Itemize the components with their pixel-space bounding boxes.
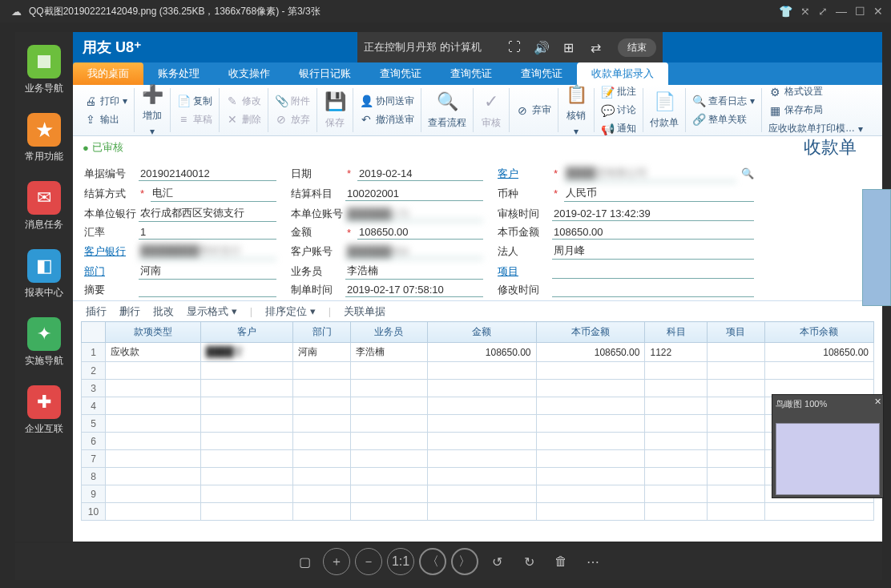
delete-row-button[interactable]: 删行 (119, 304, 140, 319)
customer-label[interactable]: 客户 (498, 167, 547, 181)
attach-button[interactable]: 📎附件 (273, 94, 312, 109)
birdview-panel[interactable]: 鸟瞰图 100% ✕ (772, 394, 884, 498)
undo-button[interactable]: ↶撤消送审 (358, 112, 416, 127)
doc-no-value[interactable]: 201902140012 (139, 167, 276, 181)
tab-accounting[interactable]: 账务处理 (143, 62, 214, 85)
tab-income-expense[interactable]: 收支操作 (214, 62, 284, 85)
tab-query-voucher-1[interactable]: 查询凭证 (365, 62, 436, 85)
next-icon[interactable]: 〉 (451, 548, 478, 575)
sidebar-item-connect[interactable]: ✚企业互联 (25, 385, 63, 436)
col-type[interactable]: 款项类型 (106, 322, 201, 343)
subject-value[interactable]: 100202001 (345, 187, 483, 201)
project-value[interactable] (552, 264, 754, 279)
table-row[interactable]: 8 (82, 468, 874, 485)
close-icon[interactable]: ✕ (873, 5, 883, 18)
more-icon[interactable]: ⋯ (579, 548, 607, 575)
tab-desktop[interactable]: 我的桌面 (73, 62, 143, 85)
settle-value[interactable]: 电汇 (151, 185, 276, 202)
abandon-button[interactable]: ⊘放弃 (273, 112, 312, 127)
col-project[interactable]: 项目 (707, 322, 764, 343)
verify-button[interactable]: 📋核销▾ (563, 83, 589, 138)
date-value[interactable]: 2019-02-14 (357, 167, 483, 181)
crop-icon[interactable]: ▢ (291, 548, 318, 575)
delete-image-icon[interactable]: 🗑 (547, 548, 575, 575)
col-local-amount[interactable]: 本币金额 (536, 322, 645, 343)
cust-acct-value[interactable]: ██████954 (345, 244, 483, 259)
maximize-icon[interactable]: ☐ (855, 5, 865, 18)
rotate-right-icon[interactable]: ↻ (515, 548, 542, 575)
sidebar-item-message[interactable]: ✉消息任务 (25, 181, 63, 232)
coop-button[interactable]: 👤协同送审 (358, 94, 416, 109)
rotate-left-icon[interactable]: ↺ (483, 548, 510, 575)
copy-button[interactable]: 📄复制 (175, 94, 214, 109)
prev-icon[interactable]: 〈 (419, 548, 446, 575)
tab-bank-journal[interactable]: 银行日记账 (284, 62, 365, 85)
discuss-button[interactable]: 💬讨论 (599, 103, 638, 118)
birdview-close-icon[interactable]: ✕ (874, 397, 881, 407)
swap-icon[interactable]: ⇄ (583, 40, 610, 55)
notify-button[interactable]: 📢通知 (599, 121, 638, 136)
log-button[interactable]: 🔍查看日志 ▾ (691, 94, 756, 109)
expand-icon[interactable]: ⤢ (818, 5, 828, 18)
end-remote-button[interactable]: 结束 (618, 38, 656, 57)
fit-icon[interactable]: 1:1 (387, 548, 414, 575)
col-subject[interactable]: 科目 (645, 322, 707, 343)
acct-value[interactable]: ██████173 (345, 207, 483, 221)
bank-value[interactable]: 农行成都西区安德支行 (139, 205, 276, 222)
currency-value[interactable]: 人民币 (564, 185, 754, 202)
minimize-icon[interactable]: — (836, 5, 847, 18)
table-row[interactable]: 10 (82, 503, 874, 521)
pin-icon[interactable]: ⤧ (800, 5, 810, 18)
dept-value[interactable]: 河南 (139, 263, 276, 280)
volume-icon[interactable]: 🔊 (528, 40, 555, 55)
save-button[interactable]: 💾保存 (322, 90, 348, 131)
pay-button[interactable]: 📄付款单 (648, 90, 680, 131)
table-row[interactable]: 1 应收款 ████贸 河南 李浩楠 108650.00 108650.00 1… (82, 343, 874, 362)
assoc-doc-button[interactable]: 关联单据 (344, 304, 385, 319)
batch-edit-button[interactable]: 批改 (153, 304, 174, 319)
thumbnail-strip[interactable] (862, 189, 891, 306)
table-row[interactable]: 3 (82, 380, 874, 397)
format-button[interactable]: ⚙格式设置 (767, 84, 865, 99)
close-button[interactable]: 🔗整单关联 (691, 112, 756, 127)
tab-receipt-entry[interactable]: 收款单据录入 (577, 62, 668, 85)
sidebar-item-report[interactable]: ◧报表中心 (25, 249, 63, 300)
save-layout-button[interactable]: ▦保存布局 (767, 103, 865, 118)
tab-query-voucher-3[interactable]: 查询凭证 (506, 62, 577, 85)
project-label[interactable]: 项目 (498, 264, 547, 279)
customer-value[interactable]: ████贸有限公司 (564, 165, 736, 182)
flow-button[interactable]: 🔍查看流程 (426, 90, 468, 131)
print-button[interactable]: 🖨打印 ▾ (83, 94, 129, 109)
modify-button[interactable]: ✎修改 (224, 94, 263, 109)
col-balance[interactable]: 本币余额 (764, 322, 873, 343)
template-button[interactable]: 应收收款单打印模… ▾ (767, 121, 865, 136)
detail-grid[interactable]: 款项类型 客户 部门 业务员 金额 本币金额 科目 项目 本币余额 1 应收款 … (81, 321, 874, 521)
screens-icon[interactable]: ⊞ (555, 40, 583, 55)
sidebar-item-biz-nav[interactable]: 业务导航 (25, 45, 63, 95)
sidebar-item-impl[interactable]: ✦实施导航 (25, 317, 63, 368)
zoom-out-icon[interactable]: － (355, 548, 382, 575)
table-row[interactable]: 4 (82, 397, 874, 415)
amount-value[interactable]: 108650.00 (357, 225, 483, 240)
cust-bank-label[interactable]: 客户银行 (84, 244, 134, 259)
delete-button[interactable]: ✕删除 (224, 112, 263, 127)
summary-value[interactable] (139, 283, 276, 297)
display-format-button[interactable]: 显示格式 ▾ (187, 304, 237, 319)
birdview-body[interactable] (776, 423, 880, 495)
audit-button[interactable]: ✓审核 (478, 90, 504, 131)
cust-bank-value[interactable]: ████████登封支行 (139, 243, 276, 260)
sales-value[interactable]: 李浩楠 (345, 263, 483, 280)
rate-value[interactable]: 1 (139, 225, 276, 240)
insert-row-button[interactable]: 插行 (86, 304, 107, 319)
zoom-in-icon[interactable]: ＋ (323, 548, 350, 575)
add-button[interactable]: ➕增加▾ (139, 83, 165, 138)
shirt-icon[interactable]: 👕 (779, 5, 792, 18)
table-row[interactable]: 5 (82, 415, 874, 433)
tab-query-voucher-2[interactable]: 查询凭证 (436, 62, 506, 85)
col-dept[interactable]: 部门 (292, 322, 350, 343)
col-customer[interactable]: 客户 (200, 322, 292, 343)
col-sales[interactable]: 业务员 (351, 322, 428, 343)
table-row[interactable]: 6 (82, 433, 874, 450)
sort-button[interactable]: 排序定位 ▾ (265, 304, 316, 319)
table-row[interactable]: 2 (82, 362, 874, 380)
